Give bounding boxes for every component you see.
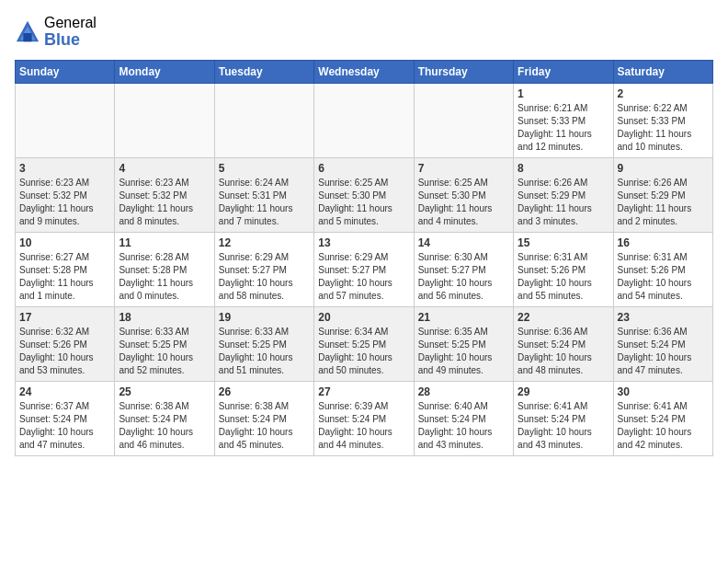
calendar-day-cell: 9Sunrise: 6:26 AM Sunset: 5:29 PM Daylig… — [613, 158, 712, 233]
calendar-day-cell: 23Sunrise: 6:36 AM Sunset: 5:24 PM Dayli… — [613, 307, 712, 382]
day-info: Sunrise: 6:35 AM Sunset: 5:25 PM Dayligh… — [418, 326, 509, 377]
day-number: 12 — [219, 236, 310, 249]
day-number: 25 — [119, 385, 210, 398]
logo-text: GeneralBlue — [44, 15, 97, 49]
logo-blue: Blue — [44, 31, 97, 50]
calendar-day-cell: 17Sunrise: 6:32 AM Sunset: 5:26 PM Dayli… — [16, 307, 115, 382]
calendar-day-cell: 19Sunrise: 6:33 AM Sunset: 5:25 PM Dayli… — [214, 307, 313, 382]
weekday-header: Saturday — [613, 61, 712, 84]
day-number: 6 — [318, 162, 409, 175]
calendar-day-cell: 11Sunrise: 6:28 AM Sunset: 5:28 PM Dayli… — [115, 233, 214, 307]
day-number: 19 — [219, 311, 310, 324]
calendar-week-row: 3Sunrise: 6:23 AM Sunset: 5:32 PM Daylig… — [16, 158, 713, 233]
day-info: Sunrise: 6:24 AM Sunset: 5:31 PM Dayligh… — [219, 177, 310, 228]
calendar-day-cell: 12Sunrise: 6:29 AM Sunset: 5:27 PM Dayli… — [214, 233, 313, 307]
weekday-header: Friday — [514, 61, 613, 84]
calendar-week-row: 17Sunrise: 6:32 AM Sunset: 5:26 PM Dayli… — [16, 307, 713, 382]
calendar-day-cell: 8Sunrise: 6:26 AM Sunset: 5:29 PM Daylig… — [514, 158, 613, 233]
day-number: 29 — [518, 385, 609, 398]
day-info: Sunrise: 6:23 AM Sunset: 5:32 PM Dayligh… — [19, 177, 110, 228]
day-number: 1 — [518, 87, 609, 100]
day-info: Sunrise: 6:27 AM Sunset: 5:28 PM Dayligh… — [19, 251, 110, 303]
day-info: Sunrise: 6:32 AM Sunset: 5:26 PM Dayligh… — [19, 326, 110, 377]
logo-icon — [15, 19, 40, 45]
day-info: Sunrise: 6:41 AM Sunset: 5:24 PM Dayligh… — [518, 400, 609, 452]
calendar-day-cell — [214, 84, 313, 158]
day-info: Sunrise: 6:31 AM Sunset: 5:26 PM Dayligh… — [518, 251, 609, 303]
calendar-day-cell: 5Sunrise: 6:24 AM Sunset: 5:31 PM Daylig… — [214, 158, 313, 233]
day-number: 4 — [119, 162, 210, 175]
page-header: GeneralBlue — [15, 15, 713, 49]
day-info: Sunrise: 6:30 AM Sunset: 5:27 PM Dayligh… — [418, 251, 509, 303]
calendar-week-row: 1Sunrise: 6:21 AM Sunset: 5:33 PM Daylig… — [16, 84, 713, 158]
day-number: 15 — [518, 236, 609, 249]
day-number: 21 — [418, 311, 509, 324]
day-info: Sunrise: 6:21 AM Sunset: 5:33 PM Dayligh… — [518, 102, 609, 154]
calendar-day-cell: 20Sunrise: 6:34 AM Sunset: 5:25 PM Dayli… — [314, 307, 414, 382]
calendar-day-cell: 7Sunrise: 6:25 AM Sunset: 5:30 PM Daylig… — [414, 158, 513, 233]
day-number: 20 — [318, 311, 409, 324]
calendar-day-cell: 4Sunrise: 6:23 AM Sunset: 5:32 PM Daylig… — [115, 158, 214, 233]
day-number: 16 — [618, 236, 709, 249]
day-info: Sunrise: 6:39 AM Sunset: 5:24 PM Dayligh… — [318, 400, 409, 452]
calendar-day-cell — [115, 84, 214, 158]
calendar-day-cell — [414, 84, 513, 158]
day-info: Sunrise: 6:23 AM Sunset: 5:32 PM Dayligh… — [119, 177, 210, 228]
logo-general: General — [44, 15, 97, 31]
day-info: Sunrise: 6:33 AM Sunset: 5:25 PM Dayligh… — [119, 326, 210, 377]
logo: GeneralBlue — [15, 15, 97, 49]
day-number: 10 — [19, 236, 110, 249]
day-number: 23 — [618, 311, 709, 324]
day-number: 8 — [518, 162, 609, 175]
calendar-week-row: 24Sunrise: 6:37 AM Sunset: 5:24 PM Dayli… — [16, 382, 713, 456]
calendar-day-cell: 30Sunrise: 6:41 AM Sunset: 5:24 PM Dayli… — [613, 382, 712, 456]
calendar-day-cell: 15Sunrise: 6:31 AM Sunset: 5:26 PM Dayli… — [514, 233, 613, 307]
calendar-day-cell: 10Sunrise: 6:27 AM Sunset: 5:28 PM Dayli… — [16, 233, 115, 307]
day-info: Sunrise: 6:36 AM Sunset: 5:24 PM Dayligh… — [618, 326, 709, 377]
day-number: 13 — [318, 236, 409, 249]
day-number: 5 — [219, 162, 310, 175]
day-number: 22 — [518, 311, 609, 324]
weekday-header: Tuesday — [214, 61, 313, 84]
day-info: Sunrise: 6:26 AM Sunset: 5:29 PM Dayligh… — [618, 177, 709, 228]
svg-rect-2 — [23, 33, 31, 41]
day-info: Sunrise: 6:38 AM Sunset: 5:24 PM Dayligh… — [219, 400, 310, 452]
day-number: 2 — [618, 87, 709, 100]
calendar-day-cell: 27Sunrise: 6:39 AM Sunset: 5:24 PM Dayli… — [314, 382, 414, 456]
weekday-header: Wednesday — [314, 61, 414, 84]
calendar-table: SundayMondayTuesdayWednesdayThursdayFrid… — [15, 60, 713, 456]
day-number: 7 — [418, 162, 509, 175]
calendar-day-cell: 18Sunrise: 6:33 AM Sunset: 5:25 PM Dayli… — [115, 307, 214, 382]
day-number: 14 — [418, 236, 509, 249]
weekday-header: Thursday — [414, 61, 513, 84]
calendar-day-cell: 14Sunrise: 6:30 AM Sunset: 5:27 PM Dayli… — [414, 233, 513, 307]
day-number: 30 — [618, 385, 709, 398]
calendar-day-cell: 13Sunrise: 6:29 AM Sunset: 5:27 PM Dayli… — [314, 233, 414, 307]
calendar-day-cell: 28Sunrise: 6:40 AM Sunset: 5:24 PM Dayli… — [414, 382, 513, 456]
calendar-day-cell: 1Sunrise: 6:21 AM Sunset: 5:33 PM Daylig… — [514, 84, 613, 158]
calendar-week-row: 10Sunrise: 6:27 AM Sunset: 5:28 PM Dayli… — [16, 233, 713, 307]
calendar-day-cell — [16, 84, 115, 158]
day-info: Sunrise: 6:26 AM Sunset: 5:29 PM Dayligh… — [518, 177, 609, 228]
day-info: Sunrise: 6:31 AM Sunset: 5:26 PM Dayligh… — [618, 251, 709, 303]
weekday-header: Sunday — [16, 61, 115, 84]
day-info: Sunrise: 6:29 AM Sunset: 5:27 PM Dayligh… — [219, 251, 310, 303]
day-info: Sunrise: 6:28 AM Sunset: 5:28 PM Dayligh… — [119, 251, 210, 303]
calendar-day-cell: 24Sunrise: 6:37 AM Sunset: 5:24 PM Dayli… — [16, 382, 115, 456]
day-number: 18 — [119, 311, 210, 324]
day-info: Sunrise: 6:41 AM Sunset: 5:24 PM Dayligh… — [618, 400, 709, 452]
day-number: 17 — [19, 311, 110, 324]
day-info: Sunrise: 6:40 AM Sunset: 5:24 PM Dayligh… — [418, 400, 509, 452]
day-number: 9 — [618, 162, 709, 175]
day-info: Sunrise: 6:22 AM Sunset: 5:33 PM Dayligh… — [618, 102, 709, 154]
calendar-day-cell: 22Sunrise: 6:36 AM Sunset: 5:24 PM Dayli… — [514, 307, 613, 382]
calendar-day-cell: 26Sunrise: 6:38 AM Sunset: 5:24 PM Dayli… — [214, 382, 313, 456]
day-info: Sunrise: 6:25 AM Sunset: 5:30 PM Dayligh… — [318, 177, 409, 228]
day-number: 26 — [219, 385, 310, 398]
weekday-header: Monday — [115, 61, 214, 84]
calendar-day-cell — [314, 84, 414, 158]
calendar-day-cell: 2Sunrise: 6:22 AM Sunset: 5:33 PM Daylig… — [613, 84, 712, 158]
calendar-day-cell: 16Sunrise: 6:31 AM Sunset: 5:26 PM Dayli… — [613, 233, 712, 307]
day-info: Sunrise: 6:36 AM Sunset: 5:24 PM Dayligh… — [518, 326, 609, 377]
day-number: 24 — [19, 385, 110, 398]
